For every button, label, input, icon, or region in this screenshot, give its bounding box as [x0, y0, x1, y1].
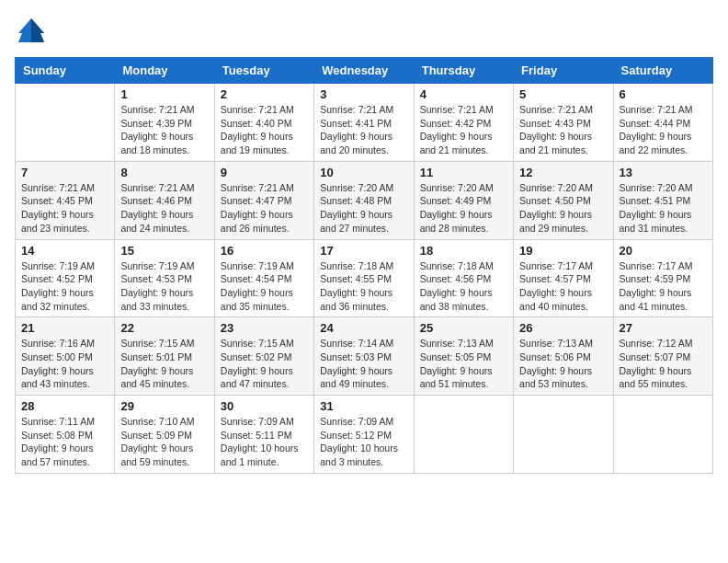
calendar-week-row: 14Sunrise: 7:19 AM Sunset: 4:52 PM Dayli… — [16, 239, 713, 317]
calendar-week-row: 21Sunrise: 7:16 AM Sunset: 5:00 PM Dayli… — [16, 317, 713, 396]
day-info: Sunrise: 7:18 AM Sunset: 4:56 PM Dayligh… — [420, 259, 507, 314]
day-number: 31 — [320, 399, 407, 413]
day-info: Sunrise: 7:11 AM Sunset: 5:08 PM Dayligh… — [21, 415, 108, 469]
svg-marker-1 — [31, 18, 44, 42]
page-header — [15, 15, 713, 48]
logo-icon — [15, 15, 48, 48]
weekday-header-monday: Monday — [115, 58, 214, 84]
day-number: 21 — [21, 321, 108, 335]
calendar-week-row: 1Sunrise: 7:21 AM Sunset: 4:39 PM Daylig… — [16, 84, 713, 162]
weekday-header-friday: Friday — [514, 58, 613, 84]
calendar-day-cell: 7Sunrise: 7:21 AM Sunset: 4:45 PM Daylig… — [16, 161, 115, 239]
day-info: Sunrise: 7:20 AM Sunset: 4:49 PM Dayligh… — [420, 181, 507, 236]
calendar-day-cell: 6Sunrise: 7:21 AM Sunset: 4:44 PM Daylig… — [613, 84, 712, 162]
calendar-week-row: 28Sunrise: 7:11 AM Sunset: 5:08 PM Dayli… — [16, 396, 713, 474]
calendar-day-cell: 23Sunrise: 7:15 AM Sunset: 5:02 PM Dayli… — [214, 317, 313, 396]
day-info: Sunrise: 7:17 AM Sunset: 4:59 PM Dayligh… — [620, 259, 707, 314]
day-info: Sunrise: 7:09 AM Sunset: 5:11 PM Dayligh… — [221, 415, 308, 469]
day-number: 23 — [221, 321, 308, 335]
day-info: Sunrise: 7:12 AM Sunset: 5:07 PM Dayligh… — [620, 337, 707, 391]
day-info: Sunrise: 7:15 AM Sunset: 5:01 PM Dayligh… — [120, 337, 208, 391]
calendar-day-cell: 29Sunrise: 7:10 AM Sunset: 5:09 PM Dayli… — [115, 396, 214, 474]
day-info: Sunrise: 7:19 AM Sunset: 4:53 PM Dayligh… — [120, 259, 208, 314]
day-number: 1 — [120, 87, 208, 101]
calendar-day-cell: 8Sunrise: 7:21 AM Sunset: 4:46 PM Daylig… — [115, 161, 214, 239]
day-number: 7 — [21, 166, 108, 179]
day-number: 18 — [420, 244, 507, 258]
calendar-day-cell: 15Sunrise: 7:19 AM Sunset: 4:53 PM Dayli… — [115, 239, 214, 317]
day-info: Sunrise: 7:21 AM Sunset: 4:40 PM Dayligh… — [221, 103, 308, 157]
calendar-day-cell: 20Sunrise: 7:17 AM Sunset: 4:59 PM Dayli… — [613, 239, 712, 317]
weekday-header-tuesday: Tuesday — [214, 58, 313, 84]
calendar-day-cell: 3Sunrise: 7:21 AM Sunset: 4:41 PM Daylig… — [314, 84, 414, 162]
day-number: 22 — [120, 321, 208, 335]
calendar-day-cell: 2Sunrise: 7:21 AM Sunset: 4:40 PM Daylig… — [214, 84, 313, 162]
weekday-header-saturday: Saturday — [613, 58, 712, 84]
day-number: 24 — [320, 321, 407, 335]
calendar-day-cell: 31Sunrise: 7:09 AM Sunset: 5:12 PM Dayli… — [314, 396, 414, 474]
calendar-day-cell: 30Sunrise: 7:09 AM Sunset: 5:11 PM Dayli… — [214, 396, 313, 474]
calendar-day-cell: 16Sunrise: 7:19 AM Sunset: 4:54 PM Dayli… — [214, 239, 313, 317]
day-info: Sunrise: 7:21 AM Sunset: 4:45 PM Dayligh… — [21, 181, 108, 236]
day-info: Sunrise: 7:14 AM Sunset: 5:03 PM Dayligh… — [320, 337, 407, 391]
day-info: Sunrise: 7:09 AM Sunset: 5:12 PM Dayligh… — [320, 415, 407, 469]
day-info: Sunrise: 7:17 AM Sunset: 4:57 PM Dayligh… — [519, 259, 607, 314]
day-info: Sunrise: 7:13 AM Sunset: 5:05 PM Dayligh… — [420, 337, 507, 391]
weekday-header-wednesday: Wednesday — [314, 58, 414, 84]
calendar-day-cell — [514, 396, 613, 474]
day-info: Sunrise: 7:20 AM Sunset: 4:50 PM Dayligh… — [519, 181, 607, 236]
calendar-day-cell: 26Sunrise: 7:13 AM Sunset: 5:06 PM Dayli… — [514, 317, 613, 396]
calendar-day-cell: 19Sunrise: 7:17 AM Sunset: 4:57 PM Dayli… — [514, 239, 613, 317]
day-info: Sunrise: 7:21 AM Sunset: 4:47 PM Dayligh… — [221, 181, 308, 236]
day-info: Sunrise: 7:21 AM Sunset: 4:42 PM Dayligh… — [420, 103, 507, 157]
day-number: 6 — [620, 87, 707, 101]
calendar-day-cell: 27Sunrise: 7:12 AM Sunset: 5:07 PM Dayli… — [613, 317, 712, 396]
day-info: Sunrise: 7:21 AM Sunset: 4:46 PM Dayligh… — [120, 181, 208, 236]
day-number: 15 — [120, 244, 208, 258]
calendar-day-cell — [16, 84, 115, 162]
day-info: Sunrise: 7:10 AM Sunset: 5:09 PM Dayligh… — [120, 415, 208, 469]
weekday-header-sunday: Sunday — [16, 58, 115, 84]
day-info: Sunrise: 7:16 AM Sunset: 5:00 PM Dayligh… — [21, 337, 108, 391]
day-number: 28 — [21, 399, 108, 413]
day-number: 9 — [221, 166, 308, 179]
calendar-day-cell: 1Sunrise: 7:21 AM Sunset: 4:39 PM Daylig… — [115, 84, 214, 162]
calendar-day-cell: 28Sunrise: 7:11 AM Sunset: 5:08 PM Dayli… — [16, 396, 115, 474]
day-number: 16 — [221, 244, 308, 258]
calendar-day-cell: 10Sunrise: 7:20 AM Sunset: 4:48 PM Dayli… — [314, 161, 414, 239]
calendar-day-cell: 22Sunrise: 7:15 AM Sunset: 5:01 PM Dayli… — [115, 317, 214, 396]
calendar-day-cell: 17Sunrise: 7:18 AM Sunset: 4:55 PM Dayli… — [314, 239, 414, 317]
weekday-header-thursday: Thursday — [414, 58, 513, 84]
day-number: 5 — [519, 87, 607, 101]
day-number: 17 — [320, 244, 407, 258]
calendar-day-cell — [613, 396, 712, 474]
calendar-day-cell: 9Sunrise: 7:21 AM Sunset: 4:47 PM Daylig… — [214, 161, 313, 239]
day-number: 11 — [420, 166, 507, 179]
day-number: 27 — [620, 321, 707, 335]
day-info: Sunrise: 7:21 AM Sunset: 4:39 PM Dayligh… — [120, 103, 208, 157]
calendar-day-cell: 5Sunrise: 7:21 AM Sunset: 4:43 PM Daylig… — [514, 84, 613, 162]
day-number: 26 — [519, 321, 607, 335]
calendar-day-cell: 12Sunrise: 7:20 AM Sunset: 4:50 PM Dayli… — [514, 161, 613, 239]
day-number: 30 — [221, 399, 308, 413]
day-info: Sunrise: 7:18 AM Sunset: 4:55 PM Dayligh… — [320, 259, 407, 314]
day-number: 8 — [120, 166, 208, 179]
day-info: Sunrise: 7:19 AM Sunset: 4:52 PM Dayligh… — [21, 259, 108, 314]
day-number: 13 — [620, 166, 707, 179]
weekday-header-row: SundayMondayTuesdayWednesdayThursdayFrid… — [16, 58, 713, 84]
day-info: Sunrise: 7:19 AM Sunset: 4:54 PM Dayligh… — [221, 259, 308, 314]
day-number: 25 — [420, 321, 507, 335]
day-number: 10 — [320, 166, 407, 179]
day-info: Sunrise: 7:20 AM Sunset: 4:51 PM Dayligh… — [620, 181, 707, 236]
day-number: 14 — [21, 244, 108, 258]
day-info: Sunrise: 7:13 AM Sunset: 5:06 PM Dayligh… — [519, 337, 607, 391]
calendar-day-cell: 13Sunrise: 7:20 AM Sunset: 4:51 PM Dayli… — [613, 161, 712, 239]
day-number: 12 — [519, 166, 607, 179]
calendar-table: SundayMondayTuesdayWednesdayThursdayFrid… — [15, 57, 713, 474]
day-info: Sunrise: 7:15 AM Sunset: 5:02 PM Dayligh… — [221, 337, 308, 391]
day-info: Sunrise: 7:21 AM Sunset: 4:41 PM Dayligh… — [320, 103, 407, 157]
calendar-day-cell: 21Sunrise: 7:16 AM Sunset: 5:00 PM Dayli… — [16, 317, 115, 396]
day-number: 2 — [221, 87, 308, 101]
day-info: Sunrise: 7:21 AM Sunset: 4:44 PM Dayligh… — [620, 103, 707, 157]
day-info: Sunrise: 7:21 AM Sunset: 4:43 PM Dayligh… — [519, 103, 607, 157]
